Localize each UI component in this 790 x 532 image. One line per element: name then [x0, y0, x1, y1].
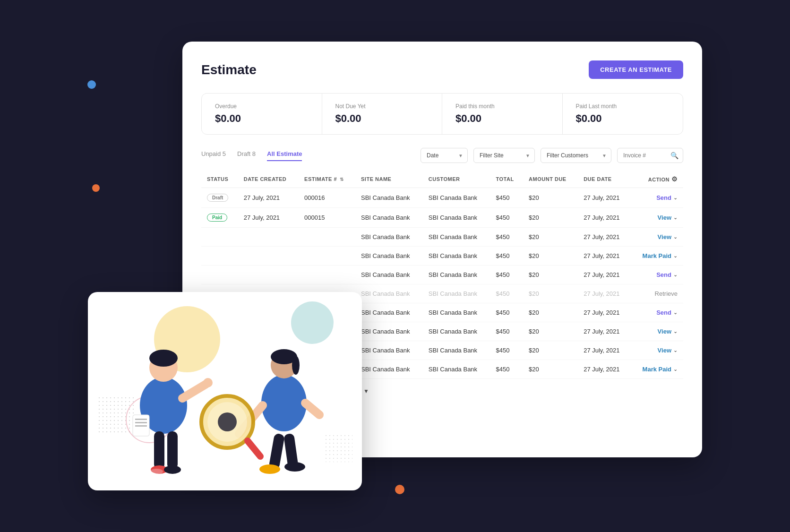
svg-point-26	[218, 412, 237, 431]
not-due-label: Not Due Yet	[335, 103, 429, 110]
cell-site-name: SBI Canada Bank	[355, 360, 423, 379]
cell-site-name: SBI Canada Bank	[355, 247, 423, 266]
action-chevron-icon[interactable]: ⌄	[673, 366, 678, 372]
column-settings-icon[interactable]: ⚙	[671, 175, 678, 183]
svg-rect-15	[268, 433, 285, 470]
illustration-svg	[88, 311, 352, 490]
col-estimate-num: ESTIMATE # ⇅	[299, 171, 355, 188]
cell-amount-due: $20	[523, 188, 578, 208]
overdue-value: $0.00	[215, 112, 309, 125]
cell-date-created: 27 July, 2021	[238, 188, 299, 208]
cell-action: Mark Paid⌄	[631, 247, 683, 266]
status-badge: Draft	[207, 194, 228, 202]
cell-action: Send⌄	[631, 188, 683, 208]
cell-amount-due: $20	[523, 247, 578, 266]
cell-amount-due: $20	[523, 360, 578, 379]
svg-point-14	[150, 469, 163, 474]
action-link[interactable]: View	[658, 214, 671, 221]
cell-total: $450	[490, 360, 523, 379]
cell-customer: SBI Canada Bank	[423, 284, 490, 303]
svg-point-13	[164, 465, 181, 474]
action-chevron-icon[interactable]: ⌄	[673, 215, 678, 221]
date-filter-wrap: Date ▼	[421, 148, 468, 163]
action-link[interactable]: View	[658, 233, 671, 240]
paid-last-month-label: Paid Last month	[576, 103, 670, 110]
sort-icon[interactable]: ⇅	[340, 177, 344, 182]
cell-action: Retrieve	[631, 284, 683, 303]
table-row: Draft27 July, 2021000016SBI Canada BankS…	[201, 188, 683, 208]
action-chevron-icon[interactable]: ⌄	[673, 328, 678, 335]
action-link[interactable]: View	[658, 347, 671, 354]
cell-due-date: 27 July, 2021	[578, 188, 631, 208]
cell-amount-due: $20	[523, 284, 578, 303]
cell-amount-due: $20	[523, 266, 578, 284]
svg-point-9	[203, 378, 213, 387]
cell-action: Send⌄	[631, 303, 683, 322]
action-chevron-icon[interactable]: ⌄	[673, 272, 678, 278]
action-link[interactable]: View	[658, 328, 671, 335]
action-chevron-icon[interactable]: ⌄	[673, 309, 678, 316]
cell-estimate-num	[299, 247, 355, 266]
cell-amount-due: $20	[523, 303, 578, 322]
action-chevron-icon[interactable]: ⌄	[673, 253, 678, 259]
col-status: STATUS	[201, 171, 238, 188]
cell-customer: SBI Canada Bank	[423, 266, 490, 284]
customer-filter[interactable]: Filter Customers	[541, 148, 611, 163]
tab-unpaid[interactable]: Unpaid 5	[201, 150, 226, 161]
paid-month-value: $0.00	[455, 112, 549, 125]
cell-status	[201, 266, 238, 284]
create-estimate-button[interactable]: CREATE AN ESTIMATE	[589, 60, 683, 79]
action-chevron-icon[interactable]: ⌄	[673, 195, 678, 201]
summary-paid-month: Paid this month $0.00	[442, 94, 563, 134]
tab-filters-wrapper: Unpaid 5 Draft 8 All Estimate Date ▼ Fil…	[201, 148, 683, 171]
cell-total: $450	[490, 303, 523, 322]
cell-total: $450	[490, 284, 523, 303]
cell-status: Draft	[201, 188, 238, 208]
page-title: Estimate	[201, 62, 257, 77]
svg-rect-7	[135, 425, 147, 427]
paid-month-label: Paid this month	[455, 103, 549, 110]
tab-all-estimate[interactable]: All Estimate	[267, 150, 302, 161]
cell-customer: SBI Canada Bank	[423, 188, 490, 208]
invoice-search-icon: 🔍	[670, 152, 678, 159]
cell-amount-due: $20	[523, 228, 578, 247]
cell-site-name: SBI Canada Bank	[355, 188, 423, 208]
cell-due-date: 27 July, 2021	[578, 322, 631, 341]
customer-filter-wrap: Filter Customers ▼	[541, 148, 611, 163]
tab-draft[interactable]: Draft 8	[237, 150, 256, 161]
cell-customer: SBI Canada Bank	[423, 228, 490, 247]
action-link[interactable]: Retrieve	[655, 290, 678, 297]
cell-total: $450	[490, 228, 523, 247]
invoice-search-wrap: 🔍	[617, 148, 683, 163]
site-filter[interactable]: Filter Site	[473, 148, 535, 163]
action-link[interactable]: Send	[656, 271, 671, 278]
table-header-row: STATUS DATE CREATED ESTIMATE # ⇅ SITE NA…	[201, 171, 683, 188]
action-link[interactable]: Send	[656, 194, 671, 201]
cell-due-date: 27 July, 2021	[578, 303, 631, 322]
date-filter[interactable]: Date	[421, 148, 468, 163]
cell-date-created: 27 July, 2021	[238, 208, 299, 228]
cell-action: Send⌄	[631, 266, 683, 284]
col-total: TOTAL	[490, 171, 523, 188]
main-wrapper: Estimate CREATE AN ESTIMATE Overdue $0.0…	[88, 42, 702, 490]
summary-overdue: Overdue $0.00	[202, 94, 322, 134]
cell-customer: SBI Canada Bank	[423, 208, 490, 228]
cell-due-date: 27 July, 2021	[578, 208, 631, 228]
cell-due-date: 27 July, 2021	[578, 341, 631, 360]
action-chevron-icon[interactable]: ⌄	[673, 347, 678, 353]
action-link[interactable]: Send	[656, 309, 671, 316]
svg-point-22	[292, 356, 300, 375]
col-due-date: DUE DATE	[578, 171, 631, 188]
cell-due-date: 27 July, 2021	[578, 228, 631, 247]
action-link[interactable]: Mark Paid	[643, 252, 671, 259]
cell-action: View⌄	[631, 208, 683, 228]
col-amount-due: AMOUNT DUE	[523, 171, 578, 188]
action-chevron-icon[interactable]: ⌄	[673, 234, 678, 240]
action-link[interactable]: Mark Paid	[643, 366, 671, 373]
cell-site-name: SBI Canada Bank	[355, 322, 423, 341]
cell-customer: SBI Canada Bank	[423, 303, 490, 322]
cell-estimate-num: 000015	[299, 208, 355, 228]
col-customer: CUSTOMER	[423, 171, 490, 188]
per-page-chevron-icon: ▼	[363, 388, 369, 395]
svg-line-8	[182, 384, 206, 398]
